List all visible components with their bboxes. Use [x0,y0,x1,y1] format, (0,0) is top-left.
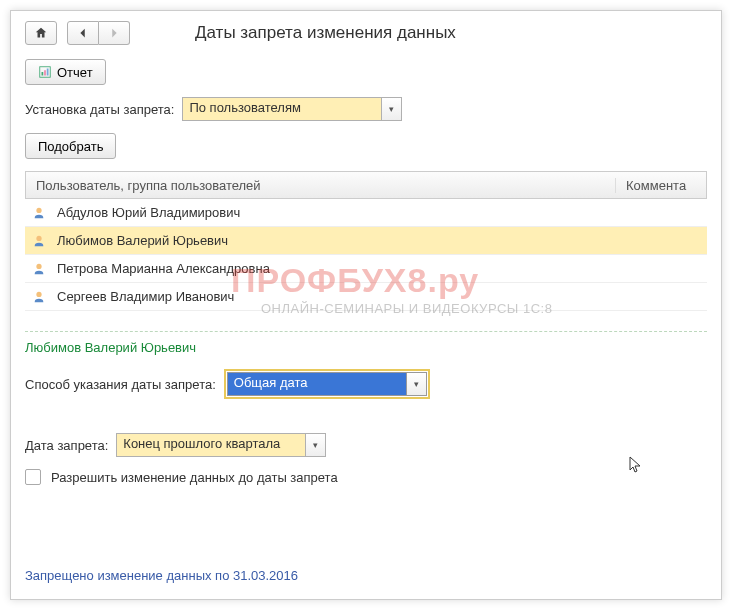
topbar: Даты запрета изменения данных [25,21,707,45]
footer-status: Запрещено изменение данных по 31.03.2016 [25,568,298,583]
report-button[interactable]: Отчет [25,59,106,85]
th-user[interactable]: Пользователь, группа пользователей [26,178,616,193]
dropdown-button[interactable]: ▾ [382,97,402,121]
allow-edit-row: Разрешить изменение данных до даты запре… [25,469,707,485]
method-row: Способ указания даты запрета: Общая дата… [25,369,707,399]
svg-rect-1 [42,72,44,76]
method-label: Способ указания даты запрета: [25,377,216,392]
home-button[interactable] [25,21,57,45]
pick-label: Подобрать [38,139,103,154]
table-row[interactable]: Абдулов Юрий Владимирович [25,199,707,227]
install-date-label: Установка даты запрета: [25,102,174,117]
allow-edit-checkbox[interactable] [25,469,41,485]
page-title: Даты запрета изменения данных [195,23,456,43]
arrow-right-icon [107,26,121,40]
table-body: Абдулов Юрий Владимирович Любимов Валери… [25,199,707,311]
dropdown-button[interactable]: ▾ [407,372,427,396]
user-name: Абдулов Юрий Владимирович [57,205,240,220]
method-select[interactable]: Общая дата ▾ [224,369,430,399]
svg-point-5 [36,235,41,240]
th-comment[interactable]: Коммента [616,178,706,193]
svg-point-7 [36,291,41,296]
pick-button[interactable]: Подобрать [25,133,116,159]
home-icon [34,26,48,40]
method-value[interactable]: Общая дата [227,372,407,396]
install-date-select[interactable]: По пользователям ▾ [182,97,402,121]
nav-group [67,21,130,45]
arrow-left-icon [76,26,90,40]
selected-user-label: Любимов Валерий Юрьевич [25,340,707,355]
chevron-down-icon: ▾ [389,104,394,114]
ban-date-row: Дата запрета: Конец прошлого квартала ▾ [25,433,707,457]
ban-date-value[interactable]: Конец прошлого квартала [116,433,306,457]
table-header: Пользователь, группа пользователей Комме… [25,171,707,199]
report-row: Отчет [25,59,707,85]
back-button[interactable] [67,21,99,45]
table-row[interactable]: Петрова Марианна Александровна [25,255,707,283]
chevron-down-icon: ▾ [313,440,318,450]
user-icon [31,234,47,248]
chevron-down-icon: ▾ [414,379,419,389]
svg-point-4 [36,207,41,212]
svg-point-6 [36,263,41,268]
ban-date-select[interactable]: Конец прошлого квартала ▾ [116,433,326,457]
user-name: Петрова Марианна Александровна [57,261,270,276]
forward-button[interactable] [99,21,130,45]
install-date-value[interactable]: По пользователям [182,97,382,121]
allow-edit-label: Разрешить изменение данных до даты запре… [51,470,338,485]
user-icon [31,206,47,220]
dropdown-button[interactable]: ▾ [306,433,326,457]
table-row[interactable]: Любимов Валерий Юрьевич [25,227,707,255]
svg-rect-3 [47,69,49,76]
report-label: Отчет [57,65,93,80]
user-icon [31,290,47,304]
report-icon [38,65,52,79]
install-date-row: Установка даты запрета: По пользователям… [25,97,707,121]
ban-date-label: Дата запрета: [25,438,108,453]
user-name: Сергеев Владимир Иванович [57,289,234,304]
pick-row: Подобрать [25,133,707,159]
separator [25,331,707,332]
app-window: Даты запрета изменения данных Отчет Уста… [10,10,722,600]
user-icon [31,262,47,276]
user-name: Любимов Валерий Юрьевич [57,233,228,248]
svg-rect-2 [44,70,46,75]
table-row[interactable]: Сергеев Владимир Иванович [25,283,707,311]
